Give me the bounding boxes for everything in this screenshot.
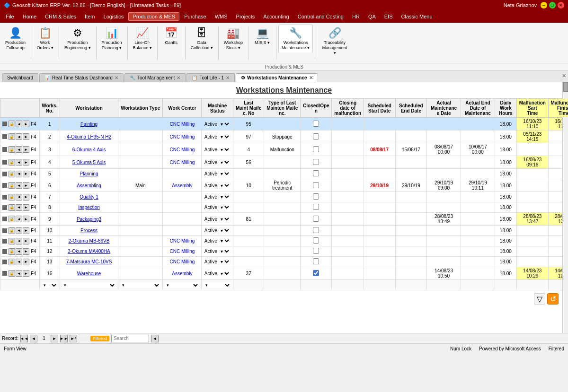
row-work-center[interactable]: CNC Milling — [163, 118, 202, 131]
tab-switchboard[interactable]: Switchboard — [2, 73, 38, 82]
row-lock-btn[interactable]: 🔒 — [9, 146, 15, 153]
table-container[interactable]: Works.No. Workstation Workstation Type W… — [0, 98, 568, 290]
row-prev-btn[interactable]: ◄ — [16, 133, 22, 140]
row-closed-open[interactable] — [301, 267, 332, 280]
row-work-center[interactable] — [163, 226, 202, 236]
ribbon-btn-line-balance[interactable]: 📈 Line-Of-Balance ▾ — [130, 25, 155, 53]
row-lock-btn[interactable]: 🔒 — [9, 121, 15, 127]
row-machine-status[interactable]: Active ▾ — [202, 156, 233, 169]
work-center-link[interactable]: CNC Milling — [170, 160, 195, 165]
work-center-link[interactable]: CNC Milling — [170, 134, 195, 139]
row-prev-btn[interactable]: ◄ — [16, 259, 22, 265]
tab-workstations-maint[interactable]: ⚙ Workstations Maintenance ✕ — [236, 73, 318, 82]
row-next-btn[interactable]: ► — [23, 171, 29, 177]
row-closed-open[interactable] — [301, 156, 332, 169]
status-select[interactable]: ▾ — [219, 159, 231, 166]
record-prev-button[interactable]: ◄ — [30, 335, 37, 342]
row-workstation[interactable]: 6-Okuma 4 Axis — [60, 143, 118, 156]
work-center-link[interactable]: Assembly — [172, 271, 192, 276]
row-prev-btn[interactable]: ◄ — [16, 121, 22, 127]
filter-cell-7[interactable] — [264, 280, 301, 290]
record-new-button[interactable]: ►* — [70, 335, 77, 342]
workstation-link[interactable]: Assembling — [77, 183, 101, 188]
work-center-link[interactable]: CNC Milling — [170, 259, 195, 264]
row-closed-open[interactable] — [301, 236, 332, 246]
row-prev-btn[interactable]: ◄ — [16, 204, 22, 211]
row-machine-status[interactable]: Active ▾ — [202, 236, 233, 246]
closed-open-checkbox[interactable] — [313, 270, 319, 276]
row-lock-btn[interactable]: 🔒 — [9, 270, 15, 277]
row-work-center[interactable] — [163, 202, 202, 213]
row-machine-status[interactable]: Active ▾ — [202, 169, 233, 179]
scroll-thumb[interactable] — [563, 82, 568, 92]
row-work-center[interactable]: CNC Milling — [163, 236, 202, 246]
row-machine-status[interactable]: Active ▾ — [202, 179, 233, 192]
filter-cell-6[interactable] — [233, 280, 264, 290]
workstation-link[interactable]: Planning — [80, 171, 98, 176]
ribbon-btn-gantts[interactable]: 📅 Gantts — [160, 25, 183, 48]
filter-select-3[interactable]: ▾ — [120, 282, 160, 288]
filter-button[interactable]: ▽ — [534, 293, 545, 305]
row-prev-btn[interactable]: ◄ — [16, 270, 22, 277]
closed-open-checkbox[interactable] — [313, 121, 319, 127]
record-first-button[interactable]: ◄◄ — [20, 335, 28, 342]
workstation-link[interactable]: 7-Matsuura MC-10VS — [66, 259, 112, 264]
work-center-link[interactable]: CNC Milling — [170, 249, 195, 254]
row-workstation[interactable]: 2-Okuma MB-66VB — [60, 236, 118, 246]
row-next-btn[interactable]: ► — [23, 259, 29, 265]
filter-cell-3[interactable]: ▾ — [118, 280, 163, 290]
tab-tool-mgmt-close[interactable]: ✕ — [177, 75, 180, 80]
ribbon-btn-workshop-stock[interactable]: 🏭 WorkshopStock ▾ — [221, 25, 246, 53]
row-workstation[interactable]: Assembling — [60, 179, 118, 192]
status-select[interactable]: ▾ — [219, 238, 231, 244]
closed-open-checkbox[interactable] — [313, 170, 319, 176]
row-lock-btn[interactable]: 🔒 — [9, 227, 15, 234]
row-work-center[interactable]: Assembly — [163, 179, 202, 192]
workstation-link[interactable]: Packaging3 — [77, 217, 101, 222]
row-closed-open[interactable] — [301, 226, 332, 236]
row-closed-open[interactable] — [301, 257, 332, 267]
row-workstation[interactable]: Painting — [60, 118, 118, 131]
row-lock-btn[interactable]: 🔒 — [9, 204, 15, 211]
row-machine-status[interactable]: Active ▾ — [202, 257, 233, 267]
row-prev-btn[interactable]: ◄ — [16, 227, 22, 234]
filter-cell-0[interactable] — [0, 280, 40, 290]
row-closed-open[interactable] — [301, 143, 332, 156]
row-prev-btn[interactable]: ◄ — [16, 238, 22, 244]
tab-real-time[interactable]: 📊 Real Time Status Dashboard ✕ — [39, 73, 124, 82]
row-lock-btn[interactable]: 🔒 — [9, 216, 15, 222]
closed-open-checkbox[interactable] — [313, 182, 319, 188]
row-work-center[interactable] — [163, 169, 202, 179]
row-workstation[interactable]: 7-Matsuura MC-10VS — [60, 257, 118, 267]
row-closed-open[interactable] — [301, 213, 332, 226]
record-next-button[interactable]: ► — [51, 335, 58, 342]
row-next-btn[interactable]: ► — [23, 227, 29, 234]
row-closed-open[interactable] — [301, 118, 332, 131]
menu-hr[interactable]: HR — [348, 13, 364, 20]
row-machine-status[interactable]: Active ▾ — [202, 143, 233, 156]
closed-open-checkbox[interactable] — [313, 248, 319, 254]
row-workstation[interactable]: Quality 1 — [60, 192, 118, 202]
filter-cell-1[interactable]: ▾ — [39, 280, 60, 290]
menu-projects[interactable]: Projects — [232, 13, 259, 20]
filter-cell-13[interactable] — [461, 280, 495, 290]
row-workstation[interactable]: Packaging3 — [60, 213, 118, 226]
status-select[interactable]: ▾ — [219, 147, 231, 153]
workstation-link[interactable]: 5-Okuma 5 Axis — [72, 160, 106, 165]
row-next-btn[interactable]: ► — [23, 194, 29, 200]
row-machine-status[interactable]: Active ▾ — [202, 267, 233, 280]
row-machine-status[interactable]: Active ▾ — [202, 192, 233, 202]
row-lock-btn[interactable]: 🔒 — [9, 171, 15, 177]
row-machine-status[interactable]: Active ▾ — [202, 246, 233, 257]
filter-cell-4[interactable]: ▾ — [163, 280, 202, 290]
workstation-link[interactable]: Inspection — [78, 205, 100, 210]
filter-select-2[interactable]: ▾ — [62, 282, 116, 288]
filter-select-4[interactable]: ▾ — [165, 282, 199, 288]
menu-accounting[interactable]: Accounting — [259, 13, 293, 20]
vertical-scrollbar[interactable] — [562, 82, 568, 333]
menu-wms[interactable]: WMS — [211, 13, 231, 20]
work-center-link[interactable]: CNC Milling — [170, 147, 195, 152]
ribbon-btn-planning[interactable]: 📊 ProductionPlanning ▾ — [98, 25, 125, 53]
workstation-link[interactable]: Painting — [80, 122, 98, 127]
tab-tool-life[interactable]: 📋 Tool Life - 1 ✕ — [186, 73, 235, 82]
